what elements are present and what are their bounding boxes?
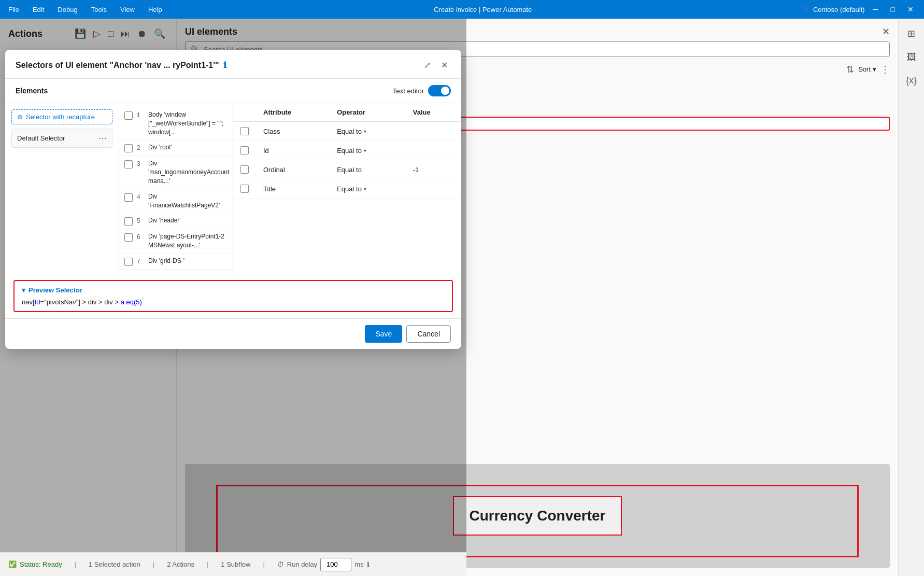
default-selector-item[interactable]: Default Selector ⋯ bbox=[11, 129, 112, 148]
menu-debug[interactable]: Debug bbox=[55, 5, 79, 15]
element-number-3: 3 bbox=[137, 160, 144, 167]
attr-operator-id[interactable]: Equal to ▾ bbox=[337, 147, 399, 154]
code-equals: ="pivotsNav"] > div > div > bbox=[40, 298, 120, 306]
attr-operator-ordinal[interactable]: Equal to bbox=[337, 166, 399, 174]
info-icon[interactable]: ℹ bbox=[223, 60, 226, 70]
element-number-5: 5 bbox=[137, 217, 144, 224]
attributes-panel: Attribute Operator Value Class bbox=[233, 103, 461, 274]
attr-operator-ordinal-text: Equal to bbox=[337, 166, 362, 174]
text-editor-switch[interactable] bbox=[428, 85, 451, 96]
dialog-title-text: Selectors of UI element "Anchor 'nav ...… bbox=[16, 61, 219, 70]
selector-more-button[interactable]: ⋯ bbox=[98, 133, 107, 143]
preview-code: nav[Id="pivotsNav"] > div > div > a:eq(5… bbox=[22, 298, 445, 306]
element-checkbox-5[interactable] bbox=[124, 217, 133, 226]
close-dialog-button[interactable]: ✕ bbox=[438, 58, 451, 72]
menu-edit[interactable]: Edit bbox=[31, 5, 46, 15]
element-checkbox-3[interactable] bbox=[124, 160, 133, 168]
var-icon-button[interactable]: {x} bbox=[903, 72, 920, 89]
table-row[interactable]: 2 Div 'root' bbox=[119, 140, 233, 156]
save-dialog-button[interactable]: Save bbox=[365, 325, 402, 343]
run-delay-input[interactable] bbox=[320, 558, 351, 571]
element-text-6: Div 'page-DS-EntryPoint1-2 MSNewsLayout-… bbox=[148, 232, 228, 250]
dialog-title: Selectors of UI element "Anchor 'nav ...… bbox=[16, 60, 226, 70]
account-info[interactable]: 👤 Contoso (default) bbox=[802, 6, 865, 13]
attr-col-value: Value bbox=[406, 103, 461, 122]
attr-value-id bbox=[406, 141, 461, 160]
element-number-1: 1 bbox=[137, 111, 144, 119]
menu-help[interactable]: Help bbox=[146, 5, 164, 15]
clock-icon: ⏱ bbox=[277, 560, 284, 568]
dialog: Selectors of UI element "Anchor 'nav ...… bbox=[5, 50, 461, 349]
element-checkbox-6[interactable] bbox=[124, 233, 133, 242]
element-checkbox-7[interactable] bbox=[124, 258, 133, 266]
sort-button[interactable]: Sort ▾ bbox=[858, 65, 876, 73]
table-row[interactable]: 3 Div 'msn_logomsnmoneyAccount mana...' bbox=[119, 156, 233, 189]
elements-panel: 1 Body 'window ["_webWorkerBundle"] = ""… bbox=[119, 103, 233, 274]
ui-elements-close-button[interactable]: ✕ bbox=[882, 26, 890, 37]
element-number-7: 7 bbox=[137, 258, 144, 265]
separator-2: | bbox=[153, 560, 154, 568]
attr-checkbox-class[interactable] bbox=[240, 127, 249, 135]
attr-row-class: Class Equal to ▾ bbox=[233, 122, 461, 141]
expand-dialog-button[interactable]: ⤢ bbox=[421, 58, 434, 72]
menu-view[interactable]: View bbox=[118, 5, 137, 15]
attr-row-ordinal: Ordinal Equal to -1 bbox=[233, 160, 461, 179]
layers-icon-button[interactable]: ⊞ bbox=[904, 25, 918, 43]
table-row[interactable]: 5 Div 'header' bbox=[119, 213, 233, 229]
dialog-footer: Save Cancel bbox=[5, 318, 461, 349]
code-a-selector: a:eq(5) bbox=[121, 298, 142, 306]
image-icon-button[interactable]: 🖼 bbox=[904, 49, 919, 66]
table-row[interactable]: 6 Div 'page-DS-EntryPoint1-2 MSNewsLayou… bbox=[119, 229, 233, 254]
menu-file[interactable]: File bbox=[6, 5, 21, 15]
attr-operator-id-text: Equal to bbox=[337, 147, 362, 154]
table-row[interactable]: 1 Body 'window ["_webWorkerBundle"] = ""… bbox=[119, 107, 233, 140]
run-delay-label: Run delay bbox=[287, 560, 318, 568]
more-options-button[interactable]: ⋮ bbox=[880, 64, 890, 75]
attr-checkbox-id[interactable] bbox=[240, 146, 249, 154]
attr-name-class: Class bbox=[256, 122, 330, 141]
run-delay-control: ⏱ Run delay ms ℹ bbox=[277, 558, 369, 571]
attr-name-title: Title bbox=[256, 179, 330, 199]
attr-operator-class-text: Equal to bbox=[337, 128, 362, 135]
selected-actions-count: 1 Selected action bbox=[89, 560, 140, 568]
attr-value-class bbox=[406, 122, 461, 141]
minimize-button[interactable]: ─ bbox=[869, 3, 883, 16]
add-selector-label: Selector with recapture bbox=[26, 113, 95, 121]
element-number-4: 4 bbox=[137, 193, 144, 201]
status-text: Status: Ready bbox=[20, 560, 62, 568]
table-row[interactable]: 7 Div 'grid-DS-' bbox=[119, 254, 233, 270]
element-text-1: Body 'window ["_webWorkerBundle"] = ""; … bbox=[148, 110, 228, 136]
element-checkbox-4[interactable] bbox=[124, 193, 133, 202]
element-checkbox-2[interactable] bbox=[124, 144, 133, 152]
attr-checkbox-ordinal[interactable] bbox=[240, 165, 249, 174]
attr-checkbox-title[interactable] bbox=[240, 185, 249, 193]
element-text-7: Div 'grid-DS-' bbox=[148, 257, 184, 265]
attr-name-ordinal: Ordinal bbox=[256, 160, 330, 179]
dialog-header: Selectors of UI element "Anchor 'nav ...… bbox=[5, 50, 461, 79]
close-button[interactable]: ✕ bbox=[903, 3, 918, 16]
sort-arrows-icon: ⇅ bbox=[846, 64, 854, 75]
attr-operator-class[interactable]: Equal to ▾ bbox=[337, 128, 399, 135]
main-container: Actions 💾 ▷ □ ⏭ ⏺ 🔍 ▶ Mouse and keyboard… bbox=[0, 19, 924, 576]
code-nav: nav[ bbox=[22, 298, 35, 306]
subflow-count: 1 Subflow bbox=[221, 560, 250, 568]
attr-operator-title[interactable]: Equal to ▾ bbox=[337, 185, 399, 193]
account-name: Contoso (default) bbox=[813, 6, 865, 13]
separator-1: | bbox=[75, 560, 76, 568]
element-checkbox-1[interactable] bbox=[124, 111, 133, 120]
add-selector-button[interactable]: ⊕ Selector with recapture bbox=[11, 109, 112, 124]
preview-header[interactable]: ▾ Preview Selector bbox=[22, 286, 445, 294]
element-number-2: 2 bbox=[137, 144, 144, 151]
title-bar-menu: File Edit Debug Tools View Help bbox=[6, 5, 164, 15]
title-bar: File Edit Debug Tools View Help Create i… bbox=[0, 0, 924, 19]
cancel-dialog-button[interactable]: Cancel bbox=[406, 325, 451, 343]
attr-operator-title-text: Equal to bbox=[337, 185, 362, 193]
account-icon: 👤 bbox=[802, 6, 810, 13]
selector-sidebar: ⊕ Selector with recapture Default Select… bbox=[5, 103, 119, 274]
maximize-button[interactable]: □ bbox=[887, 3, 899, 16]
menu-tools[interactable]: Tools bbox=[89, 5, 109, 15]
table-row[interactable]: 4 Div 'FinanceWatchlistPageV2' bbox=[119, 189, 233, 214]
preview-header-label: Preview Selector bbox=[29, 286, 82, 294]
element-text-2: Div 'root' bbox=[148, 143, 172, 152]
chevron-down-sort-icon: ▾ bbox=[873, 65, 876, 73]
